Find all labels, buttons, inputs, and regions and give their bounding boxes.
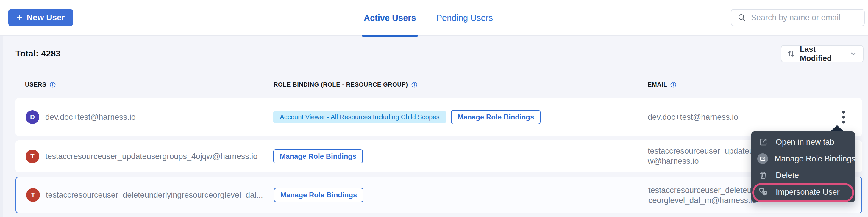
menu-item-impersonate-user[interactable]: Impersonate User	[751, 184, 855, 201]
manage-role-bindings-button[interactable]: Manage Role Bindings	[274, 188, 364, 202]
avatar-letter: D	[30, 113, 35, 121]
table-row[interactable]: T testaccresourceuser_updateusergroups_4…	[16, 140, 862, 172]
search-box	[731, 9, 865, 26]
info-icon[interactable]	[670, 81, 677, 88]
column-header-role-binding: ROLE BINDING (ROLE - RESOURCE GROUP)	[274, 81, 417, 88]
manage-role-bindings-button[interactable]: Manage Role Bindings	[273, 149, 363, 164]
search-input[interactable]	[751, 13, 858, 22]
avatar: D	[26, 110, 39, 124]
user-name: testaccresourceuser_deleteunderlyingreso…	[46, 190, 263, 200]
total-count-label: Total: 4283	[16, 49, 61, 59]
info-icon[interactable]	[50, 81, 56, 88]
avatar-letter: T	[31, 191, 35, 199]
search-icon	[737, 13, 746, 22]
menu-item-label: Delete	[776, 171, 799, 180]
tab-bar: Active Users Pending Users	[362, 0, 495, 36]
tab-pending-users[interactable]: Pending Users	[435, 0, 495, 36]
column-header-email: EMAIL	[648, 81, 677, 88]
menu-item-label: Open in new tab	[776, 138, 834, 147]
row-actions-kebab-icon[interactable]	[836, 108, 851, 126]
new-user-button[interactable]: + New User	[8, 9, 73, 26]
column-header-users: USERS	[25, 81, 56, 88]
open-new-tab-icon	[757, 137, 769, 147]
tab-active-users-label: Active Users	[364, 13, 416, 23]
sort-icon	[787, 49, 796, 58]
info-icon[interactable]	[411, 81, 417, 88]
menu-item-label: Impersonate User	[776, 188, 840, 197]
chevron-down-icon	[849, 50, 858, 58]
menu-item-manage-role-bindings[interactable]: Manage Role Bindings	[751, 150, 855, 167]
email-cell: dev.doc+test@harness.io	[648, 112, 738, 122]
context-menu-caret	[831, 125, 844, 132]
top-header-bar: + New User Active Users Pending Users	[0, 0, 868, 36]
menu-item-delete[interactable]: Delete	[751, 167, 855, 184]
row-actions-context-menu: Open in new tab Manage Role Bindings	[751, 132, 855, 202]
avatar: T	[26, 149, 39, 163]
sort-dropdown-value: Last Modified	[800, 45, 845, 63]
user-management-screen: + New User Active Users Pending Users To…	[0, 0, 868, 217]
sort-dropdown[interactable]: Last Modified	[781, 45, 864, 63]
column-header-email-label: EMAIL	[648, 81, 667, 88]
impersonate-user-icon	[757, 187, 769, 197]
table-row-selected[interactable]: T testaccresourceuser_deleteunderlyingre…	[16, 177, 862, 213]
column-header-users-label: USERS	[25, 81, 46, 88]
new-user-button-label: New User	[27, 13, 65, 22]
tab-active-users[interactable]: Active Users	[362, 0, 418, 36]
user-name: dev.doc+test@harness.io	[45, 113, 136, 122]
role-binding-tag[interactable]: Account Viewer - All Resources Including…	[273, 111, 446, 123]
left-edge-strip	[0, 36, 3, 217]
plus-icon: +	[17, 12, 23, 22]
manage-role-bindings-icon	[757, 153, 768, 164]
manage-role-bindings-button[interactable]: Manage Role Bindings	[451, 110, 540, 124]
tab-pending-users-label: Pending Users	[436, 13, 493, 23]
user-name: testaccresourceuser_updateusergroups_4oj…	[45, 152, 257, 161]
table-row[interactable]: D dev.doc+test@harness.io Account Viewer…	[16, 98, 862, 136]
column-header-role-binding-label: ROLE BINDING (ROLE - RESOURCE GROUP)	[274, 81, 408, 88]
menu-item-open-in-new-tab[interactable]: Open in new tab	[751, 134, 855, 150]
avatar: T	[26, 188, 40, 202]
menu-item-label: Manage Role Bindings	[775, 154, 856, 164]
trash-icon	[757, 171, 769, 180]
avatar-letter: T	[30, 152, 34, 160]
